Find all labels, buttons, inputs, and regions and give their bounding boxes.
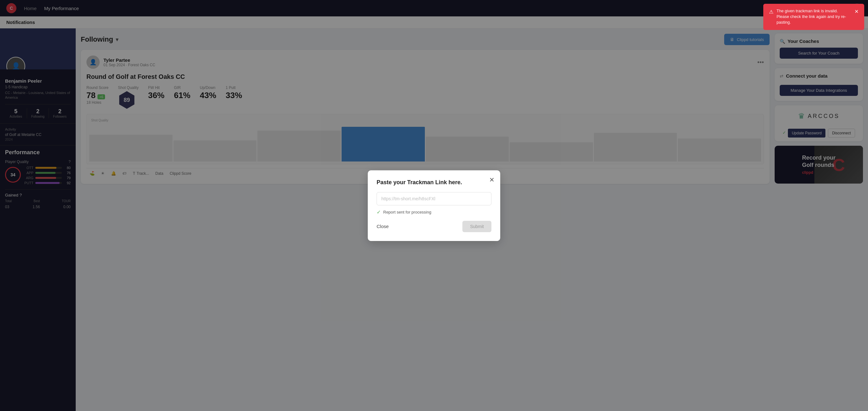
modal-close-text-button[interactable]: Close	[377, 224, 389, 229]
warning-icon: ⚠	[769, 8, 773, 15]
toast-close-button[interactable]: ✕	[855, 8, 859, 15]
error-toast: ⚠ The given trackman link is invalid. Pl…	[763, 4, 864, 30]
modal-close-button[interactable]: ✕	[489, 176, 495, 184]
modal-overlay[interactable]: Paste your Trackman Link here. ✕ ✓ Repor…	[0, 0, 868, 411]
trackman-link-input[interactable]	[377, 192, 491, 205]
success-check-icon: ✓	[377, 209, 381, 215]
success-text: Report sent for processing	[383, 210, 431, 215]
modal-footer: Close Submit	[377, 221, 491, 232]
modal-title: Paste your Trackman Link here.	[377, 179, 491, 186]
modal-success-message: ✓ Report sent for processing	[377, 209, 491, 215]
trackman-modal: Paste your Trackman Link here. ✕ ✓ Repor…	[368, 170, 500, 241]
toast-message: The given trackman link is invalid. Plea…	[777, 8, 851, 26]
modal-submit-button[interactable]: Submit	[462, 221, 491, 232]
